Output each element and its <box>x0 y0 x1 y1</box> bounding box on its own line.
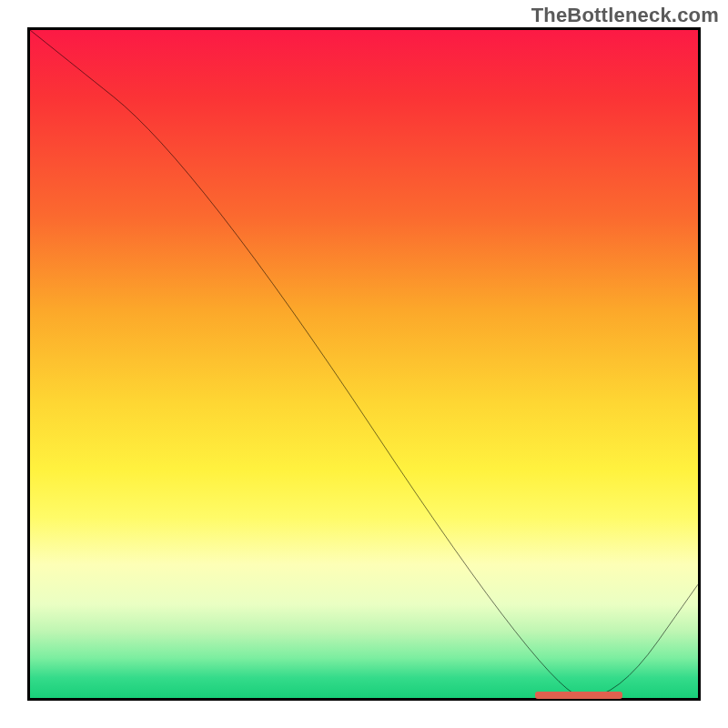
optimal-range-marker <box>535 692 622 699</box>
chart-stage: TheBottleneck.com <box>0 0 728 728</box>
watermark-text: TheBottleneck.com <box>531 4 719 27</box>
heat-gradient-background <box>30 30 698 698</box>
plot-area <box>27 27 701 701</box>
